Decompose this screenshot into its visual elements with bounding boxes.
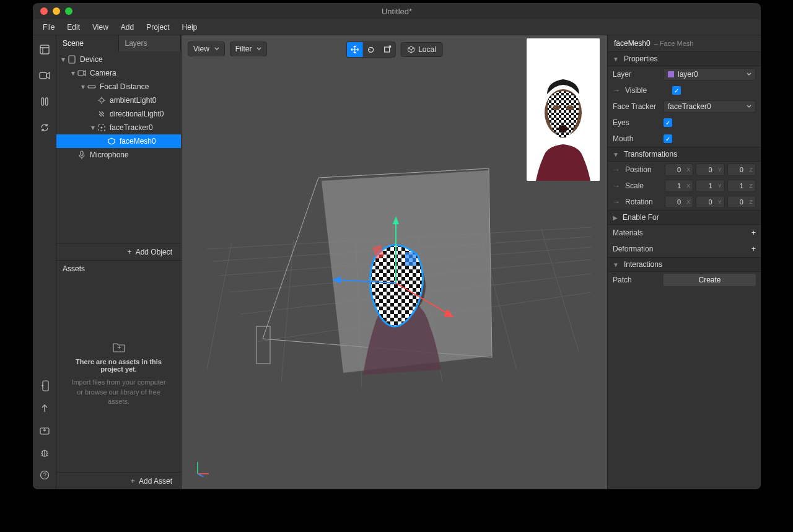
axis-gizmo [193,458,211,477]
svg-rect-5 [45,98,48,105]
camera-preview [527,38,600,181]
section-interactions[interactable]: ▼Interactions [608,257,761,272]
export-icon[interactable] [39,425,50,436]
plus-icon: + [128,248,132,256]
menubar: File Edit View Add Project Help [33,19,761,35]
menu-project[interactable]: Project [140,20,175,34]
menu-edit[interactable]: Edit [61,20,86,34]
position-x-input[interactable]: 0X [665,164,693,176]
tree-row-focal-distance[interactable]: ▾Focal Distance [56,80,181,94]
zoom-icon[interactable] [65,7,72,15]
viewport[interactable]: View Filter [182,35,607,489]
pause-icon[interactable] [39,96,50,107]
close-icon[interactable] [40,7,48,15]
chevron-down-icon [747,104,751,109]
assets-title: Assets [56,261,181,277]
chevron-down-icon [747,72,751,77]
assets-empty-hint: Import files from your computer or brows… [68,378,170,406]
position-z-input[interactable]: 0Z [727,164,756,176]
menu-add[interactable]: Add [115,20,140,34]
upload-icon[interactable] [39,403,50,414]
coordinate-space-toggle[interactable]: Local [400,42,443,57]
assets-panel: Assets + There are no assets in this pro… [56,260,181,489]
tree-row-device[interactable]: ▾Device [56,53,181,66]
video-icon[interactable] [39,70,50,81]
layer-swatch-icon [668,71,674,77]
section-deformation[interactable]: Deformation + [608,241,761,257]
svg-rect-29 [81,151,83,155]
tree-row-directionallight0[interactable]: directionalLight0 [56,107,181,121]
create-patch-button[interactable]: Create [664,274,756,286]
filter-dropdown[interactable]: Filter [230,41,268,56]
section-properties[interactable]: ▼Properties [608,51,761,66]
plus-icon: + [751,229,756,237]
face-tracker-select[interactable]: faceTracker0 [664,100,756,113]
svg-line-47 [281,240,294,382]
section-materials[interactable]: Materials + [608,225,761,241]
svg-rect-3 [40,72,46,79]
rotation-x-input[interactable]: 0X [665,196,693,208]
plus-icon: + [751,245,756,253]
eyes-checkbox[interactable]: ✓ [664,118,672,127]
rotation-z-input[interactable]: 0Z [727,196,756,208]
layer-select[interactable]: layer0 [664,68,756,81]
tree-row-camera[interactable]: ▾Camera [56,66,181,80]
scale-z-input[interactable]: 1Z [727,180,756,192]
section-transformations[interactable]: ▼Transformations [608,147,761,162]
svg-rect-0 [40,45,49,54]
transform-mode-group [346,41,395,58]
workspace-icon[interactable] [39,44,50,55]
tab-scene[interactable]: Scene [56,35,119,51]
focal-icon [87,82,96,91]
visible-checkbox[interactable]: ✓ [672,86,681,95]
rotate-tool-icon[interactable] [362,42,379,57]
titlebar: Untitled* [33,3,761,19]
svg-text:+: + [41,383,44,389]
rotation-y-input[interactable]: 0Y [696,196,724,208]
dirlight-icon [97,110,106,118]
device-icon [68,55,76,64]
minimize-icon[interactable] [53,7,60,15]
tab-layers[interactable]: Layers [119,35,182,51]
refresh-icon[interactable] [39,122,50,133]
camera-icon [77,69,86,77]
svg-point-37 [553,105,560,110]
mesh-icon [107,137,116,146]
tree-row-microphone[interactable]: Microphone [56,148,181,162]
inspector-name: faceMesh0 [614,39,651,48]
svg-point-38 [566,105,574,110]
chevron-down-icon [214,46,219,51]
scale-tool-icon[interactable] [379,42,395,57]
add-asset-button[interactable]: + Add Asset [56,472,181,489]
tree-row-ambientlight0[interactable]: ambientLight0 [56,94,181,107]
scene-panel: Scene Layers ▾Device▾Camera▾Focal Distan… [56,35,182,489]
svg-rect-4 [42,98,44,105]
scale-y-input[interactable]: 1Y [696,180,724,192]
menu-help[interactable]: Help [176,20,204,34]
help-icon[interactable]: ? [39,469,50,481]
cube-icon [407,46,414,53]
position-y-input[interactable]: 0Y [696,164,724,176]
bug-icon[interactable] [39,447,50,458]
tracker-icon [97,123,106,132]
left-rail: + ? [33,35,56,489]
chevron-down-icon [256,46,261,51]
svg-rect-52 [256,326,270,364]
menu-view[interactable]: View [86,20,115,34]
view-dropdown[interactable]: View [188,41,225,56]
tree-row-facemesh0[interactable]: faceMesh0 [56,134,181,148]
svg-point-22 [100,98,103,102]
svg-point-39 [559,125,567,133]
add-object-button[interactable]: + Add Object [56,243,181,260]
move-tool-icon[interactable] [346,42,362,57]
phone-add-icon[interactable]: + [39,380,50,391]
section-enable-for[interactable]: ▶Enable For [608,210,761,225]
svg-line-46 [207,243,232,370]
svg-line-51 [541,230,579,351]
scale-x-input[interactable]: 1X [665,180,693,192]
menu-file[interactable]: File [37,20,61,34]
svg-rect-21 [88,85,95,88]
app-window: Untitled* File Edit View Add Project Hel… [33,3,761,489]
mouth-checkbox[interactable]: ✓ [664,134,672,143]
tree-row-facetracker0[interactable]: ▾faceTracker0 [56,121,181,134]
